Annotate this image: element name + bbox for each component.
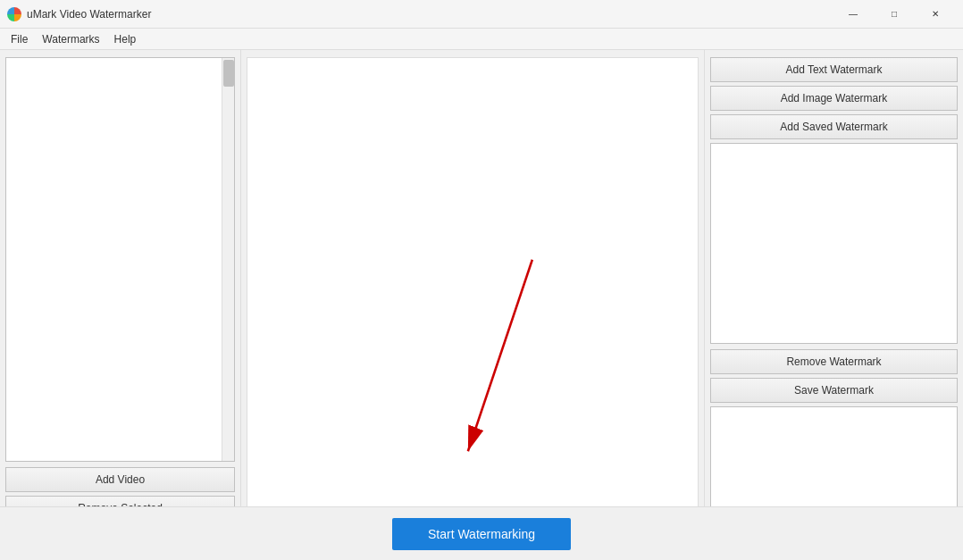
scrollbar[interactable]	[222, 58, 234, 461]
watermark-preview-area	[710, 143, 958, 344]
minimize-button[interactable]: —	[833, 0, 874, 29]
left-panel: Add Video Remove Selected Remove All	[0, 50, 241, 560]
app-icon	[7, 7, 21, 21]
menu-bar: File Watermarks Help	[0, 29, 963, 50]
menu-item-help[interactable]: Help	[107, 29, 144, 49]
center-preview-panel	[247, 57, 699, 553]
maximize-button[interactable]: □	[874, 0, 915, 29]
remove-watermark-button[interactable]: Remove Watermark	[710, 349, 958, 374]
start-watermarking-button[interactable]: Start Watermarking	[392, 518, 571, 550]
svg-line-1	[468, 260, 532, 451]
close-button[interactable]: ✕	[915, 0, 956, 29]
right-panel: Add Text Watermark Add Image Watermark A…	[704, 50, 963, 560]
add-text-watermark-button[interactable]: Add Text Watermark	[710, 57, 958, 82]
add-video-button[interactable]: Add Video	[5, 467, 235, 492]
menu-item-file[interactable]: File	[4, 29, 35, 49]
annotation-arrow	[247, 58, 698, 552]
main-content: Add Video Remove Selected Remove All Add…	[0, 50, 963, 560]
video-list[interactable]	[5, 57, 235, 462]
scrollbar-thumb[interactable]	[223, 60, 234, 87]
add-image-watermark-button[interactable]: Add Image Watermark	[710, 86, 958, 111]
title-bar-text: uMark Video Watermarker	[27, 8, 833, 21]
bottom-bar: Start Watermarking	[0, 506, 963, 560]
title-bar: uMark Video Watermarker — □ ✕	[0, 0, 963, 29]
title-bar-controls: — □ ✕	[833, 0, 956, 29]
save-watermark-button[interactable]: Save Watermark	[710, 378, 958, 403]
menu-item-watermarks[interactable]: Watermarks	[35, 29, 106, 49]
add-saved-watermark-button[interactable]: Add Saved Watermark	[710, 114, 958, 139]
